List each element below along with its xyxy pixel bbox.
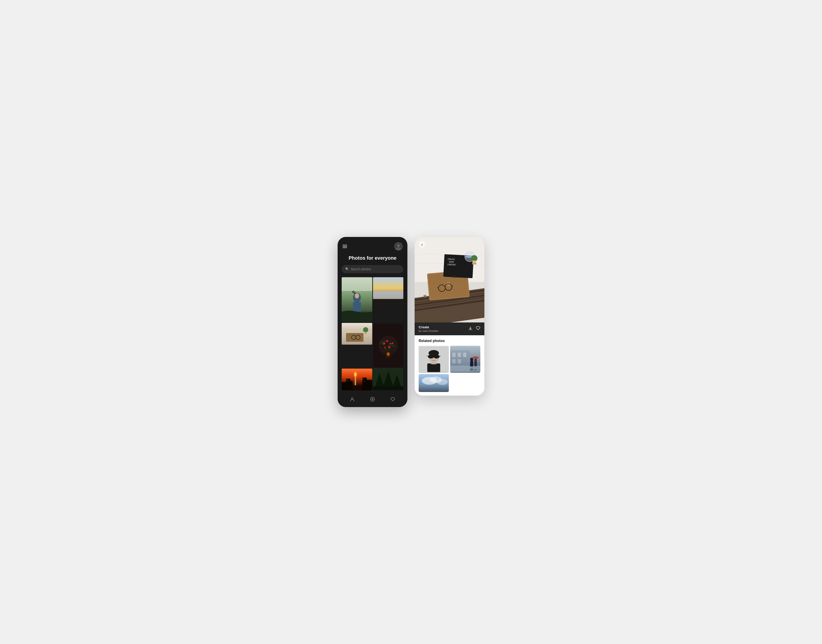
svg-rect-51: [373, 386, 403, 390]
svg-line-100: [440, 356, 441, 356]
svg-rect-107: [452, 359, 455, 363]
related-photo-2[interactable]: [450, 346, 480, 373]
related-grid: [419, 346, 480, 392]
photo-info-bar: Create by Jack Dosslen: [415, 322, 485, 335]
svg-point-1: [397, 244, 400, 247]
photo-desk-small[interactable]: [342, 323, 372, 345]
svg-point-101: [429, 350, 439, 356]
nav-profile[interactable]: [350, 397, 355, 402]
search-bar[interactable]: 🔍 Search photos: [342, 265, 403, 273]
related-section: Related photos: [415, 335, 485, 396]
svg-point-86: [471, 255, 477, 261]
svg-point-18: [363, 327, 368, 332]
svg-point-52: [351, 398, 353, 399]
svg-point-33: [387, 353, 389, 355]
svg-rect-10: [373, 290, 403, 299]
phone-browse: Photos for everyone 🔍 Search photos: [337, 237, 407, 407]
svg-point-25: [384, 347, 386, 348]
svg-rect-46: [364, 381, 365, 382]
photo-sky[interactable]: [373, 277, 403, 299]
avatar[interactable]: [394, 242, 402, 250]
related-photo-3[interactable]: [419, 374, 449, 392]
svg-point-117: [474, 369, 477, 371]
phone-header: [337, 237, 407, 253]
photo-person[interactable]: [342, 277, 372, 322]
svg-rect-64: [423, 295, 426, 298]
svg-point-27: [392, 342, 393, 344]
photo-grid: [342, 277, 403, 390]
svg-rect-111: [470, 361, 473, 366]
nav-add[interactable]: [370, 397, 375, 402]
svg-rect-109: [450, 366, 480, 372]
svg-rect-87: [472, 261, 476, 264]
related-photo-1[interactable]: [419, 346, 449, 373]
svg-rect-113: [474, 362, 477, 366]
svg-text:DOPE: DOPE: [449, 261, 454, 263]
svg-text:CREATE: CREATE: [448, 258, 455, 261]
related-section-title: Related photos: [419, 339, 480, 343]
svg-text:CONTENT: CONTENT: [447, 264, 456, 266]
svg-point-23: [386, 340, 388, 342]
photo-flowers[interactable]: [373, 323, 403, 368]
svg-rect-105: [458, 353, 461, 357]
svg-point-26: [388, 346, 390, 348]
detail-hero-image: CREATE DOPE CONTENT: [415, 237, 485, 322]
svg-rect-44: [348, 381, 348, 382]
phone-detail: CREATE DOPE CONTENT: [415, 237, 485, 396]
svg-rect-106: [463, 353, 466, 357]
favorite-button[interactable]: [476, 326, 480, 332]
svg-rect-4: [342, 278, 372, 291]
svg-rect-39: [365, 380, 372, 390]
back-button[interactable]: ‹: [419, 241, 425, 248]
photo-author: by Jack Dosslen: [419, 330, 438, 333]
photo-forest[interactable]: [373, 369, 403, 390]
svg-rect-43: [347, 380, 347, 380]
menu-button[interactable]: [343, 245, 347, 248]
photo-actions: [468, 326, 480, 332]
screens-container: Photos for everyone 🔍 Search photos: [337, 237, 485, 407]
svg-rect-88: [472, 263, 477, 264]
svg-point-121: [437, 379, 448, 385]
bottom-nav: [337, 393, 407, 407]
search-icon: 🔍: [345, 267, 349, 271]
svg-rect-108: [458, 359, 461, 363]
nav-favorites[interactable]: [390, 397, 395, 402]
svg-rect-11: [373, 290, 403, 290]
svg-point-42: [354, 373, 357, 376]
svg-rect-93: [427, 363, 440, 372]
svg-rect-14: [346, 333, 363, 342]
photo-metadata: Create by Jack Dosslen: [419, 325, 438, 333]
page-title: Photos for everyone: [337, 253, 407, 265]
download-button[interactable]: [468, 326, 473, 332]
svg-rect-37: [349, 381, 353, 390]
svg-line-99: [427, 356, 428, 356]
svg-rect-45: [363, 379, 363, 379]
photo-city[interactable]: [342, 369, 372, 390]
svg-rect-19: [365, 332, 367, 334]
search-input-placeholder: Search photos: [351, 267, 371, 271]
photo-title: Create: [419, 325, 438, 329]
svg-point-7: [355, 293, 359, 298]
svg-point-116: [470, 369, 473, 370]
svg-rect-104: [452, 353, 455, 357]
svg-point-110: [470, 358, 473, 362]
